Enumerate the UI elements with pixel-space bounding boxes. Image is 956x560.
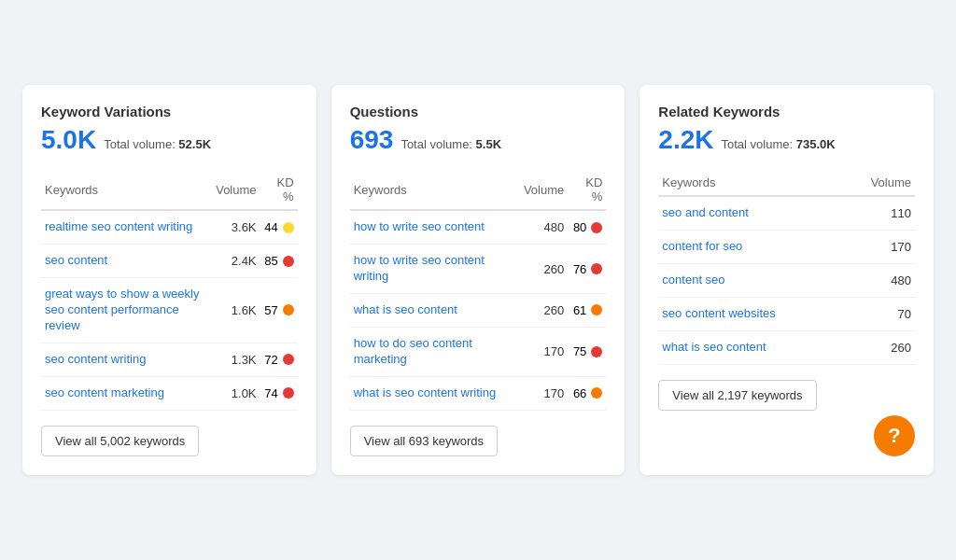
table-row: how to write seo content48080 [350, 210, 607, 244]
difficulty-dot-red [591, 263, 602, 274]
volume-cell: 1.6K [212, 278, 260, 343]
table-row: content seo480 [658, 264, 915, 298]
keyword-link[interactable]: how to write seo content writing [354, 253, 485, 283]
keyword-link[interactable]: what is seo content [662, 340, 766, 354]
kd-value: 74 [264, 386, 277, 400]
view-all-button[interactable]: View all 2,197 keywords [658, 380, 816, 411]
card-title: Keyword Variations [41, 104, 298, 119]
view-all-button[interactable]: View all 693 keywords [350, 426, 498, 456]
table-row: seo and content110 [658, 196, 915, 230]
col-header-0: Keywords [41, 170, 212, 210]
card-questions: Questions693Total volume: 5.5KKeywordsVo… [331, 85, 626, 474]
col-header-0: Keywords [658, 170, 842, 196]
difficulty-dot-yellow [283, 222, 294, 233]
kd-cell: 44 [260, 210, 298, 244]
table-row: seo content2.4K85 [41, 245, 298, 278]
volume-cell: 480 [520, 210, 568, 244]
kd-cell: 66 [568, 376, 606, 410]
stat-big: 693 [350, 125, 394, 155]
card-stat-row: 5.0KTotal volume: 52.5K [41, 125, 298, 155]
kd-value: 80 [573, 220, 586, 234]
volume-cell: 3.6K [212, 210, 260, 244]
difficulty-dot-orange [283, 304, 294, 315]
col-header-2: KD % [260, 170, 298, 210]
stat-label: Total volume: 5.5K [401, 137, 501, 151]
card-stat-row: 693Total volume: 5.5K [350, 125, 607, 155]
keyword-link[interactable]: seo content writing [45, 352, 146, 366]
table-row: great ways to show a weekly seo content … [41, 278, 298, 343]
keyword-link[interactable]: how to do seo content marketing [354, 336, 472, 366]
kd-cell: 75 [568, 327, 606, 376]
card-related-keywords: Related Keywords2.2KTotal volume: 735.0K… [640, 85, 934, 474]
kd-cell: 80 [568, 210, 606, 244]
card-title: Questions [350, 104, 607, 119]
difficulty-dot-red [283, 354, 294, 365]
kd-cell: 74 [260, 376, 298, 410]
kd-value: 76 [573, 262, 586, 276]
keywords-table: KeywordsVolumeKD %realtime seo content w… [41, 170, 298, 410]
keywords-table: KeywordsVolumeseo and content110content … [658, 170, 915, 364]
difficulty-dot-red [283, 387, 294, 399]
keyword-link[interactable]: great ways to show a weekly seo content … [45, 287, 199, 332]
stat-big: 2.2K [658, 125, 713, 155]
table-row: seo content marketing1.0K74 [41, 376, 298, 410]
difficulty-dot-red [591, 222, 602, 233]
col-header-1: Volume [212, 170, 260, 210]
keyword-link[interactable]: what is seo content writing [354, 385, 496, 399]
table-row: what is seo content writing17066 [350, 376, 607, 410]
difficulty-dot-orange [591, 304, 602, 315]
col-header-1: Volume [842, 170, 915, 196]
keyword-link[interactable]: content for seo [662, 239, 742, 253]
kd-cell: 57 [260, 278, 298, 343]
volume-cell: 110 [842, 196, 915, 230]
keyword-link[interactable]: seo content [45, 253, 107, 267]
keyword-link[interactable]: what is seo content [354, 302, 457, 316]
table-row: how to do seo content marketing17075 [350, 327, 607, 376]
kd-cell: 76 [568, 245, 606, 294]
difficulty-dot-red [591, 346, 602, 357]
stat-label: Total volume: 735.0K [722, 137, 836, 151]
card-keyword-variations: Keyword Variations5.0KTotal volume: 52.5… [22, 85, 316, 474]
kd-value: 66 [573, 386, 586, 400]
kd-value: 57 [264, 303, 277, 317]
card-title: Related Keywords [658, 104, 915, 119]
keyword-link[interactable]: seo content marketing [45, 385, 164, 399]
volume-cell: 170 [520, 327, 568, 376]
difficulty-dot-orange [591, 387, 602, 399]
keyword-link[interactable]: how to write seo content [354, 219, 485, 233]
volume-cell: 260 [842, 330, 915, 364]
kd-cell: 85 [260, 245, 298, 278]
col-header-1: Volume [520, 170, 568, 210]
col-header-2: KD % [568, 170, 606, 210]
kd-value: 85 [264, 254, 277, 268]
volume-cell: 2.4K [212, 245, 260, 278]
table-row: content for seo170 [658, 231, 915, 264]
keyword-link[interactable]: seo content websites [662, 306, 775, 320]
view-all-button[interactable]: View all 5,002 keywords [41, 426, 199, 456]
keyword-link[interactable]: realtime seo content writing [45, 219, 192, 233]
table-row: seo content websites70 [658, 298, 915, 331]
help-button[interactable]: ? [874, 415, 915, 456]
kd-value: 61 [573, 303, 586, 317]
volume-cell: 260 [520, 245, 568, 294]
table-row: realtime seo content writing3.6K44 [41, 210, 298, 244]
volume-cell: 1.0K [212, 376, 260, 410]
stat-big: 5.0K [41, 125, 96, 155]
table-row: what is seo content26061 [350, 294, 607, 328]
kd-value: 72 [264, 353, 277, 367]
kd-value: 44 [264, 220, 277, 234]
col-header-0: Keywords [350, 170, 520, 210]
keyword-link[interactable]: content seo [662, 273, 724, 287]
card-stat-row: 2.2KTotal volume: 735.0K [658, 125, 915, 155]
stat-label: Total volume: 52.5K [104, 137, 211, 151]
kd-cell: 72 [260, 343, 298, 376]
difficulty-dot-red [283, 256, 294, 267]
volume-cell: 260 [520, 294, 568, 328]
volume-cell: 170 [520, 376, 568, 410]
table-row: how to write seo content writing26076 [350, 245, 607, 294]
table-row: what is seo content260 [658, 330, 915, 364]
volume-cell: 1.3K [212, 343, 260, 376]
kd-value: 75 [573, 344, 586, 358]
volume-cell: 70 [842, 298, 915, 331]
keyword-link[interactable]: seo and content [662, 205, 749, 219]
